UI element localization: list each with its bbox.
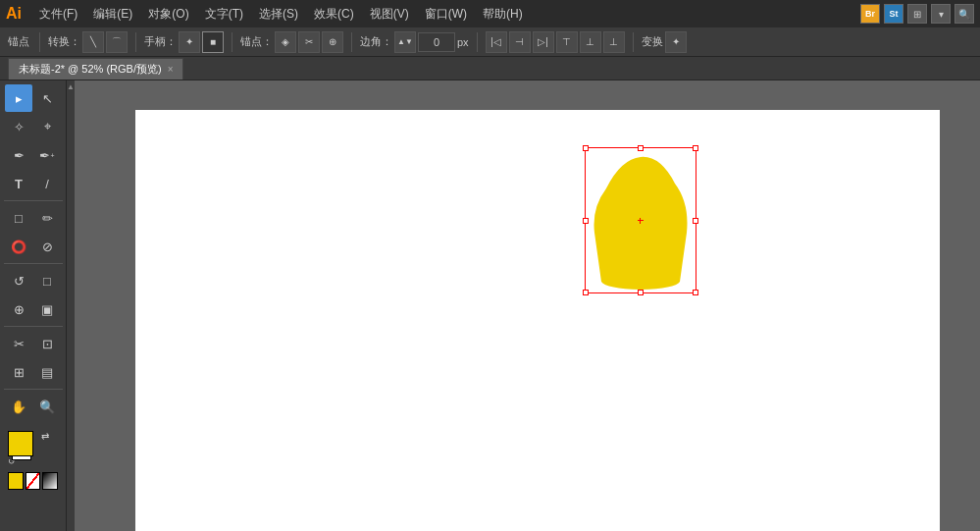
menu-object[interactable]: 对象(O) <box>142 4 194 25</box>
tool-row-6: ⭕ ⊘ <box>2 233 64 260</box>
align-section: |◁ ⊣ ▷| ⊤ ⊥ ⊥ <box>482 31 629 53</box>
title-bar: Ai 文件(F) 编辑(E) 对象(O) 文字(T) 选择(S) 效果(C) 视… <box>0 0 980 27</box>
rect-tool[interactable]: □ <box>5 204 32 232</box>
scissors-tool[interactable]: ✂ <box>5 330 32 357</box>
transform-panel-label: 变换 <box>642 34 663 49</box>
anchor-join-btn[interactable]: ⊕ <box>322 31 343 53</box>
shape-svg <box>587 149 695 292</box>
anchor-point-section: 锚点： ◈ ✂ ⊕ <box>236 31 347 53</box>
anchor-point-btn[interactable]: ◈ <box>275 31 296 53</box>
menu-text[interactable]: 文字(T) <box>199 4 249 25</box>
sep6 <box>633 32 634 52</box>
sep2 <box>135 32 136 52</box>
document-tab[interactable]: 未标题-2* @ 52% (RGB/预览) × <box>8 58 183 80</box>
lasso-tool[interactable]: ⌖ <box>33 113 61 140</box>
transform-btn1[interactable]: ╲ <box>82 31 104 53</box>
shape-container[interactable] <box>587 149 695 292</box>
sep5 <box>477 32 478 52</box>
transform-section: 转换： ╲ ⌒ <box>44 31 131 53</box>
sep1 <box>39 32 40 52</box>
handle-section: 手柄： ✦ ■ <box>140 31 228 53</box>
eraser-tool[interactable]: ⊡ <box>33 330 61 357</box>
align-center-v-btn[interactable]: ⊥ <box>580 31 601 53</box>
corner-spinner[interactable]: ▲▼ <box>394 31 416 53</box>
tool-row-8: ⊕ ▣ <box>2 295 64 323</box>
handle-label: 手柄： <box>144 34 177 49</box>
corner-section: 边角： ▲▼ px <box>356 31 473 53</box>
workspace-switcher[interactable]: ⊞ <box>907 4 927 24</box>
tool-row-4: T / <box>2 170 64 197</box>
line-tool[interactable]: / <box>33 170 61 197</box>
gradient-swatch[interactable] <box>42 472 58 490</box>
swap-colors-btn[interactable]: ⇄ <box>41 431 49 442</box>
hand-tool[interactable]: ✋ <box>5 393 32 420</box>
tool-sep-3 <box>4 326 63 327</box>
scale-tool[interactable]: ▣ <box>33 295 61 323</box>
transform-label: 转换： <box>48 34 80 49</box>
tool-sep-1 <box>4 200 63 201</box>
stock-icon[interactable]: St <box>884 4 903 24</box>
sep4 <box>351 32 352 52</box>
bridge-icon[interactable]: Br <box>860 4 880 24</box>
menu-window[interactable]: 窗口(W) <box>419 4 473 25</box>
transform-btn2[interactable]: ⌒ <box>106 31 128 53</box>
zoom-tool[interactable]: 🔍 <box>33 393 61 420</box>
reflect-tool[interactable]: □ <box>33 267 61 294</box>
column-graph-tool[interactable]: ▤ <box>33 358 61 386</box>
align-center-h-btn[interactable]: ⊣ <box>509 31 531 53</box>
add-anchor-tool[interactable]: ✒+ <box>33 141 61 169</box>
handle-btn[interactable]: ✦ <box>179 31 200 53</box>
handle-square-btn[interactable]: ■ <box>202 31 224 53</box>
align-left-btn[interactable]: |◁ <box>486 31 507 53</box>
color-mode-fill-btn[interactable] <box>8 472 24 490</box>
tool-row-3: ✒ ✒+ <box>2 141 64 169</box>
canvas-page <box>135 110 940 531</box>
type-tool[interactable]: T <box>5 170 32 197</box>
align-bottom-btn[interactable]: ⊥ <box>603 31 625 53</box>
layout-icon[interactable]: ▾ <box>931 4 951 24</box>
left-toolbar: ▸ ↖ ✧ ⌖ ✒ ✒+ T / □ ✏ ⭕ ⊘ ↺ □ ⊕ <box>0 80 67 531</box>
none-swatch[interactable] <box>26 472 41 490</box>
warp-tool[interactable]: ⊕ <box>5 295 32 323</box>
rotate-tool[interactable]: ↺ <box>5 267 32 294</box>
menu-help[interactable]: 帮助(H) <box>477 4 529 25</box>
scroll-up-arrow[interactable]: ▲ <box>67 82 75 91</box>
transform-panel-btn[interactable]: ✦ <box>665 31 687 53</box>
magic-wand-tool[interactable]: ✧ <box>5 113 32 140</box>
toolbar: 锚点 转换： ╲ ⌒ 手柄： ✦ ■ 锚点： ◈ ✂ ⊕ 边角： ▲▼ px |… <box>0 27 980 57</box>
corner-unit: px <box>457 36 469 48</box>
foreground-color-swatch[interactable] <box>8 431 33 456</box>
align-right-btn[interactable]: ▷| <box>533 31 554 53</box>
tab-bar: 未标题-2* @ 52% (RGB/预览) × <box>0 57 980 80</box>
graph-tool[interactable]: ⊞ <box>5 358 32 386</box>
tool-row-10: ⊞ ▤ <box>2 358 64 386</box>
anchor-cut-btn[interactable]: ✂ <box>298 31 320 53</box>
direct-selection-tool[interactable]: ↖ <box>33 84 61 112</box>
tool-sep-4 <box>4 389 63 390</box>
tab-close-btn[interactable]: × <box>168 64 174 75</box>
tool-row-5: □ ✏ <box>2 204 64 232</box>
menu-view[interactable]: 视图(V) <box>364 4 415 25</box>
canvas-area[interactable]: ▲ <box>67 80 980 531</box>
blob-brush-tool[interactable]: ⊘ <box>33 233 61 260</box>
left-scroll-indicator: ▲ <box>67 80 75 531</box>
menu-effect[interactable]: 效果(C) <box>308 4 360 25</box>
tool-row-2: ✧ ⌖ <box>2 113 64 140</box>
tool-row-11: ✋ 🔍 <box>2 393 64 420</box>
anchor-point-label: 锚点： <box>240 34 273 49</box>
anchor-label: 锚点 <box>8 34 29 49</box>
color-swatches: ⇄ ↺ <box>2 427 64 494</box>
pen-tool[interactable]: ✒ <box>5 141 32 169</box>
app-logo: Ai <box>6 5 22 23</box>
pencil-tool[interactable]: ✏ <box>33 204 61 232</box>
menu-file[interactable]: 文件(F) <box>33 4 83 25</box>
paintbrush-tool[interactable]: ⭕ <box>5 233 32 260</box>
selection-tool[interactable]: ▸ <box>5 84 32 112</box>
menu-edit[interactable]: 编辑(E) <box>87 4 138 25</box>
align-top-btn[interactable]: ⊤ <box>556 31 578 53</box>
main-area: ▸ ↖ ✧ ⌖ ✒ ✒+ T / □ ✏ ⭕ ⊘ ↺ □ ⊕ <box>0 80 980 531</box>
menu-select[interactable]: 选择(S) <box>253 4 304 25</box>
search-icon[interactable]: 🔍 <box>954 4 974 24</box>
swatch-group: ⇄ ↺ <box>8 431 49 466</box>
corner-value-input[interactable] <box>418 32 455 52</box>
